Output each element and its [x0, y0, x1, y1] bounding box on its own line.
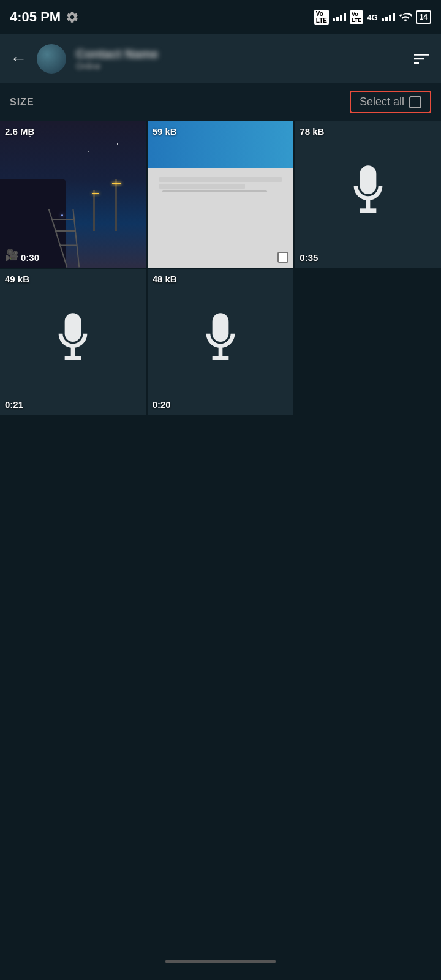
wifi-icon — [399, 10, 412, 24]
media-item-3[interactable]: 78 kB 0:35 — [295, 121, 441, 268]
bottom-bar — [0, 943, 441, 980]
battery-indicator: 14 — [416, 10, 431, 24]
volte-icon-2: VoLTE — [350, 10, 363, 24]
item-5-duration: 0:20 — [153, 399, 171, 410]
battery-level: 14 — [420, 13, 428, 21]
item-4-size: 49 kB — [5, 274, 29, 284]
item-1-size: 2.6 MB — [5, 126, 34, 137]
signal-bars-1 — [333, 13, 346, 21]
item-4-duration: 0:21 — [5, 399, 23, 410]
avatar — [37, 44, 66, 74]
media-item-2[interactable]: 59 kB — [148, 121, 294, 268]
audio-bg-3 — [295, 121, 441, 268]
gear-icon — [66, 10, 79, 24]
audio-bg-5 — [148, 269, 294, 415]
select-all-label: Select all — [360, 96, 404, 108]
volte-icon: VoLTE — [314, 10, 329, 24]
signal-bars-2 — [382, 13, 395, 21]
screenshot-checkbox — [277, 252, 288, 263]
status-time: 4:05 PM — [10, 9, 79, 25]
screenshot-error-text — [159, 177, 282, 189]
empty-area — [0, 415, 441, 941]
time-label: 4:05 PM — [10, 9, 61, 25]
filter-icon[interactable] — [412, 49, 431, 69]
section-header: SIZE Select all — [0, 83, 441, 121]
item-3-duration: 0:35 — [300, 252, 318, 263]
header-title-block: Contact Name Online — [76, 47, 402, 71]
microphone-icon-5 — [196, 311, 245, 372]
audio-bg-4 — [0, 269, 146, 415]
microphone-icon-4 — [48, 311, 97, 372]
4g-label: 4G — [367, 13, 377, 22]
contact-name: Contact Name — [76, 47, 402, 61]
image-thumbnail — [148, 121, 294, 268]
item-2-size: 59 kB — [153, 126, 177, 137]
item-1-duration: 0:30 — [21, 252, 39, 263]
back-button[interactable]: ← — [10, 49, 27, 69]
status-bar: 4:05 PM VoLTE VoLTE 4G 14 — [0, 0, 441, 34]
home-indicator — [165, 960, 276, 963]
video-thumbnail — [0, 121, 146, 268]
svg-line-1 — [73, 209, 79, 267]
svg-rect-8 — [65, 313, 81, 342]
media-item-1[interactable]: 2.6 MB 🎥 0:30 — [0, 121, 146, 268]
select-all-button[interactable]: Select all — [350, 91, 431, 113]
app-bar: ← Contact Name Online — [0, 34, 441, 83]
item-3-size: 78 kB — [300, 126, 324, 137]
contact-status: Online — [76, 61, 402, 71]
svg-rect-11 — [213, 313, 229, 342]
media-item-4[interactable]: 49 kB 0:21 — [0, 269, 146, 415]
svg-rect-5 — [360, 166, 376, 195]
media-grid: 2.6 MB 🎥 0:30 59 kB — [0, 121, 441, 415]
item-5-size: 48 kB — [153, 274, 177, 284]
svg-line-0 — [49, 209, 67, 267]
select-all-checkbox[interactable] — [409, 96, 421, 108]
status-icons: VoLTE VoLTE 4G 14 — [314, 10, 431, 24]
video-camera-icon: 🎥 — [5, 248, 18, 262]
media-item-5[interactable]: 48 kB 0:20 — [148, 269, 294, 415]
microphone-icon-3 — [344, 164, 393, 225]
size-label: SIZE — [10, 97, 34, 108]
